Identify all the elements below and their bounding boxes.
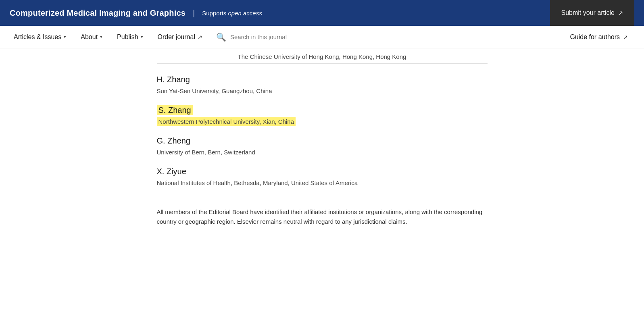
- external-link-icon: ↗: [198, 34, 202, 40]
- open-access-label: Supports open access: [202, 10, 262, 17]
- main-content: The Chinese University of Hong Kong, Hon…: [141, 48, 504, 251]
- search-icon: 🔍: [216, 32, 226, 42]
- author-name: S. Zhang: [157, 106, 488, 115]
- highlighted-author-affiliation: Northwestern Polytechnical University, X…: [157, 117, 296, 126]
- submit-article-button[interactable]: Submit your article ↗: [550, 0, 635, 26]
- order-journal-link[interactable]: Order journal ↗: [150, 26, 210, 48]
- author-name: H. Zhang: [157, 75, 488, 84]
- editorial-board-note: All members of the Editorial Board have …: [157, 207, 488, 227]
- cut-top-affiliation: The Chinese University of Hong Kong, Hon…: [157, 48, 488, 63]
- author-affiliation: National Institutes of Health, Bethesda,…: [157, 179, 488, 186]
- author-affiliation: University of Bern, Bern, Switzerland: [157, 149, 488, 156]
- guide-for-authors-link[interactable]: Guide for authors ↗: [560, 26, 638, 48]
- author-affiliation: Northwestern Polytechnical University, X…: [157, 118, 488, 125]
- chevron-down-icon: ▾: [64, 34, 66, 40]
- journal-title: Computerized Medical Imaging and Graphic…: [10, 8, 185, 18]
- chevron-down-icon: ▾: [100, 34, 102, 40]
- author-entry: X. Ziyue National Institutes of Health, …: [157, 156, 488, 186]
- header-left: Computerized Medical Imaging and Graphic…: [10, 8, 262, 18]
- highlighted-author-name: S. Zhang: [157, 105, 193, 115]
- submit-arrow-icon: ↗: [618, 9, 623, 17]
- author-affiliation: Sun Yat-Sen University, Guangzhou, China: [157, 87, 488, 94]
- search-input[interactable]: [230, 33, 319, 40]
- search-area: 🔍: [210, 32, 325, 42]
- author-entry: G. Zheng University of Bern, Bern, Switz…: [157, 125, 488, 156]
- publish-menu[interactable]: Publish ▾: [110, 26, 150, 48]
- author-entry: H. Zhang Sun Yat-Sen University, Guangzh…: [157, 64, 488, 94]
- nav-left: Articles & Issues ▾ About ▾ Publish ▾ Or…: [6, 26, 560, 48]
- separator: |: [193, 8, 195, 18]
- about-menu[interactable]: About ▾: [73, 26, 110, 48]
- top-header: Computerized Medical Imaging and Graphic…: [0, 0, 644, 26]
- author-entry: S. Zhang Northwestern Polytechnical Univ…: [157, 94, 488, 125]
- author-name: G. Zheng: [157, 136, 488, 146]
- external-link-icon: ↗: [623, 34, 628, 40]
- author-name: X. Ziyue: [157, 167, 488, 176]
- articles-issues-menu[interactable]: Articles & Issues ▾: [6, 26, 73, 48]
- chevron-down-icon: ▾: [141, 34, 143, 40]
- nav-bar: Articles & Issues ▾ About ▾ Publish ▾ Or…: [0, 26, 644, 48]
